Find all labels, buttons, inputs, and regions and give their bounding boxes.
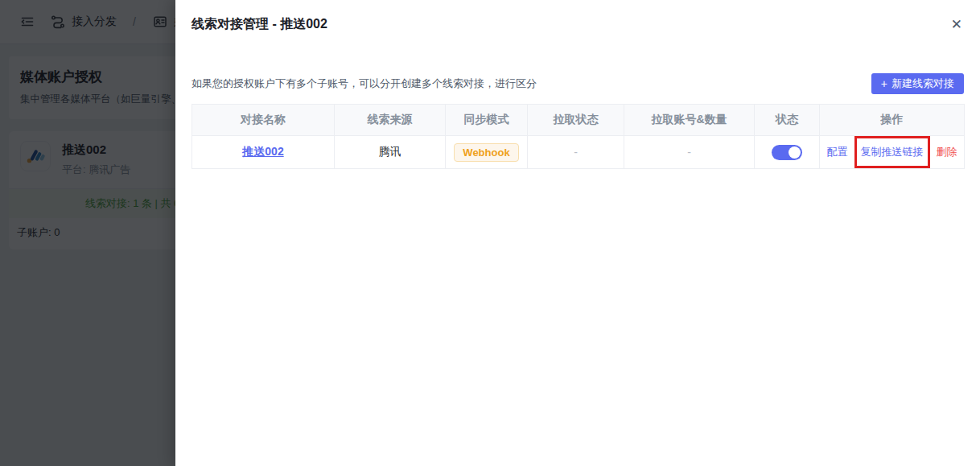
status-toggle[interactable] [772, 145, 802, 160]
toggle-knob [789, 146, 801, 159]
hint-row: 如果您的授权账户下有多个子账号，可以分开创建多个线索对接，进行区分 + 新建线索… [175, 73, 980, 94]
webhook-badge: Webhook [454, 143, 518, 162]
col-header-pull-accounts: 拉取账号&数量 [624, 105, 755, 136]
col-header-operations: 操作 [820, 105, 965, 136]
configure-link[interactable]: 配置 [827, 145, 848, 159]
delete-link[interactable]: 删除 [937, 145, 957, 159]
col-header-source: 线索来源 [335, 105, 446, 136]
table-row: 推送002 腾讯 Webhook - - 配置 复制推送链接 删除 [192, 136, 965, 169]
operations-cell: 配置 复制推送链接 删除 [820, 136, 964, 168]
col-header-pull-status: 拉取状态 [528, 105, 624, 136]
copy-push-link[interactable]: 复制推送链接 [861, 146, 924, 158]
connections-table: 对接名称 线索来源 同步模式 拉取状态 拉取账号&数量 状态 操作 推送002 … [191, 104, 965, 169]
table-header-row: 对接名称 线索来源 同步模式 拉取状态 拉取账号&数量 状态 操作 [192, 105, 965, 136]
hint-text: 如果您的授权账户下有多个子账号，可以分开创建多个线索对接，进行区分 [191, 76, 537, 91]
col-header-status: 状态 [755, 105, 820, 136]
col-header-sync-mode: 同步模式 [446, 105, 528, 136]
col-header-name: 对接名称 [192, 105, 335, 136]
connection-name-link[interactable]: 推送002 [242, 145, 283, 158]
create-connection-button[interactable]: + 新建线索对接 [871, 73, 964, 94]
create-connection-label: 新建线索对接 [891, 76, 954, 91]
highlight-annotation-box: 复制推送链接 [854, 136, 930, 168]
app-root: 接入分发 / 媒体账户授权 媒体账户授权 集中管理各媒体平台（如巨量引擎、百度 [0, 0, 980, 466]
drawer-header: 线索对接管理 - 推送002 ✕ [175, 0, 980, 33]
lead-connection-drawer: 线索对接管理 - 推送002 ✕ 如果您的授权账户下有多个子账号，可以分开创建多… [175, 0, 980, 466]
drawer-title: 线索对接管理 - 推送002 [191, 16, 327, 33]
connections-table-wrap: 对接名称 线索来源 同步模式 拉取状态 拉取账号&数量 状态 操作 推送002 … [175, 104, 980, 169]
pull-status-cell: - [528, 136, 624, 169]
source-cell: 腾讯 [335, 136, 446, 169]
plus-icon: + [881, 78, 887, 89]
pull-accounts-cell: - [624, 136, 755, 169]
close-icon[interactable]: ✕ [949, 16, 964, 33]
